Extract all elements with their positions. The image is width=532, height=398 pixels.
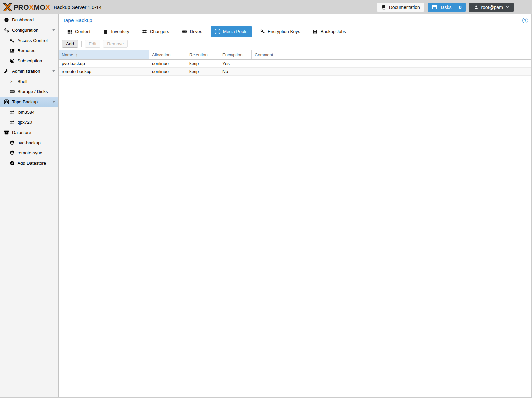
column-header-encryption[interactable]: Encryption — [219, 50, 252, 59]
sidebar-item-tape-backup[interactable]: Tape Backup — [0, 97, 58, 107]
tab-changers[interactable]: Changers — [138, 26, 174, 37]
gears-icon — [4, 28, 9, 33]
help-button[interactable]: ? — [522, 18, 528, 23]
sidebar-item-administration[interactable]: Administration — [0, 66, 58, 76]
drive-icon — [182, 29, 187, 34]
server-icon — [9, 48, 15, 53]
grid-icon — [67, 29, 72, 34]
cell-retention: keep — [186, 69, 219, 74]
add-button[interactable]: Add — [62, 40, 78, 48]
tab-drives[interactable]: Drives — [177, 26, 206, 37]
toolbar-separator — [81, 41, 82, 47]
plus-circle-icon — [9, 161, 15, 166]
column-header-label: Comment — [255, 52, 273, 57]
sort-asc-icon: ↑ — [76, 52, 78, 57]
sidebar-item-add-datastore[interactable]: Add Datastore — [0, 158, 58, 168]
tab-label: Changers — [150, 29, 169, 34]
sidebar-item-label: ibm3584 — [18, 110, 35, 115]
tape-icon — [4, 99, 9, 105]
tab-label: Content — [75, 29, 90, 34]
tab-bar: Content Inventory Changers — [59, 24, 531, 37]
column-header-label: Retention … — [189, 52, 213, 57]
cell-encryption: No — [219, 69, 252, 74]
top-header-actions: Documentation Tasks 0 root@pam — [377, 3, 529, 12]
sidebar-item-label: Dashboard — [12, 17, 34, 22]
terminal-icon: >_ — [9, 79, 15, 84]
sidebar-item-qpx720[interactable]: qpx720 — [0, 117, 58, 127]
tab-content[interactable]: Content — [63, 26, 95, 37]
tab-label: Inventory — [111, 29, 129, 34]
tab-label: Media Pools — [223, 29, 247, 34]
sidebar-item-dashboard[interactable]: Dashboard — [0, 15, 58, 25]
user-label: root@pam — [481, 5, 503, 10]
cell-name: remote-backup — [59, 69, 149, 74]
table-row[interactable]: remote-backup continue keep No — [59, 68, 531, 76]
workspace: Dashboard Configuration — [0, 14, 531, 397]
sidebar-item-pve-backup[interactable]: pve-backup — [0, 138, 58, 148]
panel-header: Tape Backup ? — [59, 14, 531, 24]
sidebar: Dashboard Configuration — [0, 14, 59, 397]
collapse-caret-icon — [52, 101, 55, 103]
sidebar-item-label: Add Datastore — [18, 161, 46, 166]
book-icon — [103, 29, 108, 34]
save-icon — [312, 29, 318, 34]
cell-allocation: continue — [149, 61, 186, 66]
column-header-name[interactable]: Name ↑ — [59, 50, 149, 59]
sidebar-item-ibm3584[interactable]: ibm3584 — [0, 107, 58, 117]
sidebar-item-label: qpx720 — [18, 120, 32, 125]
cell-name: pve-backup — [59, 61, 149, 66]
table-header: Name ↑ Allocation … Retention … Encrypti… — [59, 50, 531, 60]
edit-button[interactable]: Edit — [85, 40, 100, 48]
sidebar-item-shell[interactable]: >_ Shell — [0, 76, 58, 86]
task-list-icon — [432, 5, 437, 10]
sidebar-item-remotes[interactable]: Remotes — [0, 46, 58, 56]
proxmox-wordmark: PROXMOX — [14, 3, 50, 11]
app-version-title: Backup Server 1.0-14 — [54, 4, 102, 10]
sidebar-item-remote-sync[interactable]: remote-sync — [0, 148, 58, 158]
sidebar-item-subscription[interactable]: Subscription — [0, 56, 58, 66]
database-icon — [9, 150, 15, 156]
key-icon — [260, 29, 265, 34]
exchange-icon — [142, 29, 147, 34]
tab-backup-jobs[interactable]: Backup Jobs — [308, 26, 350, 37]
collapse-caret-icon — [52, 70, 55, 72]
column-header-comment[interactable]: Comment — [252, 50, 531, 59]
cell-retention: keep — [186, 61, 219, 66]
sidebar-item-label: Configuration — [12, 28, 38, 33]
column-header-allocation[interactable]: Allocation … — [149, 50, 186, 59]
sidebar-item-configuration[interactable]: Configuration — [0, 25, 58, 35]
sidebar-item-datastore[interactable]: Datastore — [0, 127, 58, 138]
content-panel: Tape Backup ? Content Inventory — [59, 14, 531, 397]
tab-inventory[interactable]: Inventory — [99, 26, 134, 37]
remove-button[interactable]: Remove — [103, 40, 127, 48]
wordmark-seg: PRO — [14, 3, 29, 11]
sidebar-item-storage-disks[interactable]: Storage / Disks — [0, 86, 58, 97]
database-icon — [9, 140, 15, 146]
sidebar-item-label: Shell — [18, 79, 27, 84]
tab-encryption-keys[interactable]: Encryption Keys — [256, 26, 304, 37]
toolbar: Add Edit Remove — [59, 37, 531, 50]
column-header-label: Allocation … — [152, 52, 176, 57]
book-icon — [381, 5, 386, 10]
sidebar-item-access-control[interactable]: Access Control — [0, 35, 58, 46]
column-header-label: Name — [62, 52, 73, 57]
sidebar-item-label: remote-sync — [18, 150, 42, 155]
hdd-icon — [9, 89, 15, 94]
tasks-button[interactable]: Tasks 0 — [428, 3, 466, 12]
proxmox-logo: PROXMOX — [3, 3, 50, 12]
sidebar-item-label: Subscription — [18, 58, 42, 63]
tab-label: Encryption Keys — [268, 29, 300, 34]
cell-allocation: continue — [149, 69, 186, 74]
archive-icon — [4, 130, 9, 135]
sidebar-item-label: Remotes — [18, 48, 35, 53]
sidebar-item-label: Access Control — [18, 38, 48, 43]
documentation-button[interactable]: Documentation — [377, 3, 424, 12]
chevron-down-icon — [506, 5, 509, 10]
column-header-retention[interactable]: Retention … — [186, 50, 219, 59]
tasks-label: Tasks — [440, 5, 452, 10]
object-group-icon — [215, 29, 220, 34]
life-ring-icon — [9, 58, 15, 64]
table-row[interactable]: pve-backup continue keep Yes — [59, 60, 531, 68]
user-menu-button[interactable]: root@pam — [469, 3, 514, 12]
tab-media-pools[interactable]: Media Pools — [211, 26, 252, 37]
